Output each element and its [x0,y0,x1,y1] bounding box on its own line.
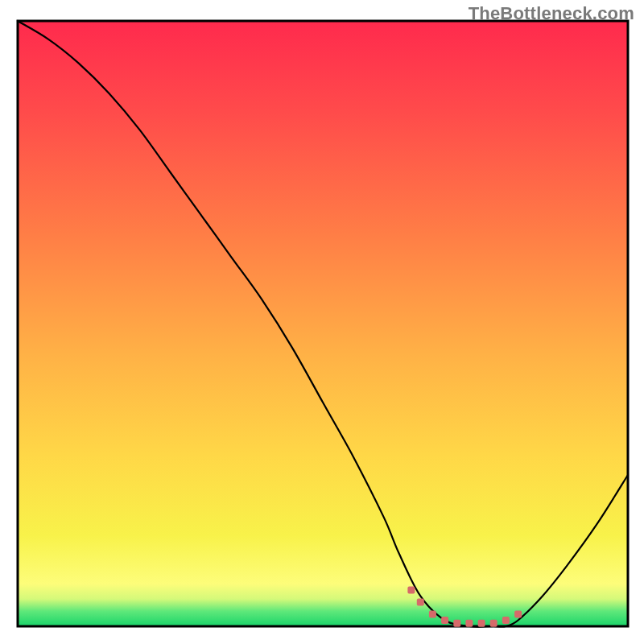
marker-dot [490,620,497,627]
marker-dot [502,617,510,624]
marker-dot [514,611,522,618]
marker-dot [465,620,473,627]
marker-dot [453,620,460,627]
watermark-text: TheBottleneck.com [469,3,634,24]
bottleneck-curve-chart [0,0,644,644]
marker-dot [407,586,415,593]
marker-dot [478,620,485,627]
gradient-background [18,21,628,626]
marker-dot [429,611,436,618]
chart-container: { "branding": { "watermark": "TheBottlen… [0,0,644,644]
marker-dot [417,598,424,605]
marker-dot [441,617,448,624]
